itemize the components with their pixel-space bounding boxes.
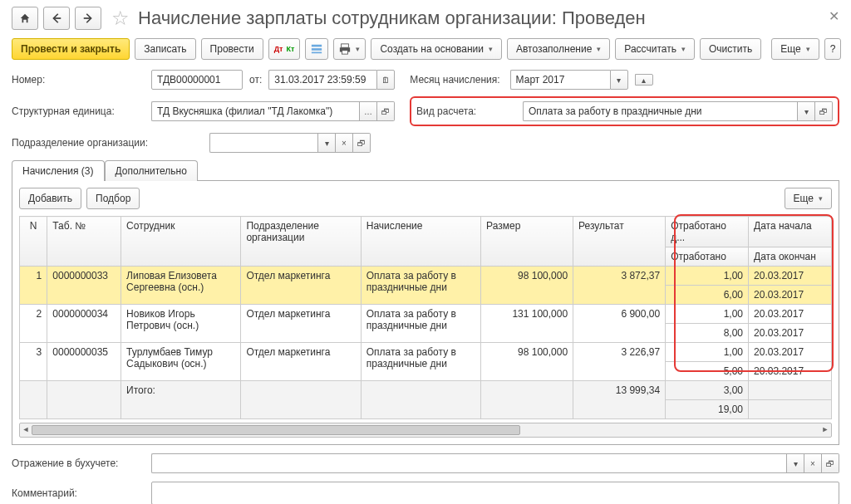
col-accr[interactable]: Начисление	[361, 217, 480, 267]
calc-dropdown-icon[interactable]: ▾	[797, 101, 815, 121]
accounting-field[interactable]	[151, 453, 786, 473]
dept-field[interactable]	[209, 133, 317, 153]
scroll-thumb[interactable]	[32, 425, 520, 435]
scroll-left-icon[interactable]: ◄	[20, 423, 32, 435]
forward-button[interactable]	[75, 7, 101, 30]
calc-open-icon[interactable]: 🗗	[815, 101, 833, 121]
month-field[interactable]: Март 2017	[510, 70, 610, 90]
post-button[interactable]: Провести	[201, 38, 263, 60]
accounting-label: Отражение в бухучете:	[12, 458, 145, 469]
col-date-end[interactable]: Дата окончан	[749, 247, 832, 267]
col-result[interactable]: Результат	[573, 217, 666, 267]
col-emp[interactable]: Сотрудник	[121, 217, 241, 267]
svg-rect-7	[342, 51, 348, 54]
totals-row: Итого: 13 999,34 3,00	[20, 381, 832, 400]
horizontal-scrollbar[interactable]: ◄ ►	[19, 423, 832, 438]
svg-rect-4	[312, 52, 322, 54]
col-worked[interactable]: Отработано	[666, 247, 749, 267]
table-row[interactable]: 30000000035Турлумбаев Тимур Садыкович (о…	[20, 343, 832, 362]
tab-extra[interactable]: Дополнительно	[105, 160, 198, 181]
close-icon[interactable]: ✕	[829, 8, 839, 24]
month-dropdown-icon[interactable]: ▾	[610, 70, 628, 90]
tab-accruals[interactable]: Начисления (3)	[12, 160, 105, 181]
table-row[interactable]: 10000000033Липовая Елизовета Сергеевна (…	[20, 267, 832, 286]
favorite-icon[interactable]: ☆	[111, 7, 130, 30]
col-tab[interactable]: Таб. №	[47, 217, 121, 267]
calc-type-field[interactable]: Оплата за работу в праздничные дни	[523, 101, 797, 121]
structure-icon[interactable]	[305, 38, 328, 60]
accounting-clear-icon[interactable]: ×	[804, 453, 822, 473]
autofill-button[interactable]: Автозаполнение▾	[507, 38, 610, 60]
date-picker-icon[interactable]: 🗓	[376, 70, 395, 90]
page-title: Начисление зарплаты сотрудникам организа…	[138, 7, 646, 29]
comment-field[interactable]	[151, 482, 839, 504]
month-label: Месяц начисления:	[410, 74, 499, 86]
calculate-button[interactable]: Рассчитать▾	[615, 38, 695, 60]
scroll-right-icon[interactable]: ►	[819, 423, 831, 435]
dept-clear-icon[interactable]: ×	[336, 133, 353, 153]
dept-open-icon[interactable]: 🗗	[353, 133, 371, 153]
col-size[interactable]: Размер	[481, 217, 573, 267]
dept-dropdown-icon[interactable]: ▾	[317, 133, 336, 153]
debit-credit-icon[interactable]: ДтКт	[268, 38, 301, 60]
back-button[interactable]	[43, 7, 70, 30]
more-button[interactable]: Еще▾	[771, 38, 819, 60]
date-field[interactable]: 31.03.2017 23:59:59	[268, 70, 376, 90]
col-worked-days[interactable]: Отработано д...	[666, 217, 749, 247]
dept-label: Подразделение организации:	[12, 137, 203, 149]
number-field[interactable]: ТДВ00000001	[151, 70, 243, 90]
unit-label: Структурная единица:	[12, 105, 145, 117]
col-date-start[interactable]: Дата начала	[749, 217, 832, 247]
svg-rect-2	[312, 45, 322, 47]
unit-field[interactable]: ТД Вкусняшка (филиал "ТД Лакомка")	[151, 101, 359, 121]
post-and-close-button[interactable]: Провести и закрыть	[12, 38, 130, 60]
create-from-button[interactable]: Создать на основании▾	[371, 38, 502, 60]
home-button[interactable]	[12, 7, 38, 30]
accruals-table: N Таб. № Сотрудник Подразделение организ…	[19, 216, 832, 419]
add-row-button[interactable]: Добавить	[19, 188, 81, 209]
table-row[interactable]: 20000000034Новиков Игорь Петрович (осн.)…	[20, 305, 832, 324]
comment-label: Комментарий:	[12, 487, 145, 499]
clear-button[interactable]: Очистить	[700, 38, 761, 60]
accounting-dropdown-icon[interactable]: ▾	[786, 453, 804, 473]
unit-choose-icon[interactable]: …	[359, 101, 377, 121]
number-label: Номер:	[12, 74, 145, 86]
save-button[interactable]: Записать	[135, 38, 195, 60]
table-more-button[interactable]: Еще▾	[785, 188, 832, 209]
col-n[interactable]: N	[20, 217, 47, 267]
col-dept[interactable]: Подразделение организации	[241, 217, 361, 267]
month-up-icon[interactable]: ▴	[635, 74, 653, 86]
print-icon[interactable]: ▾	[333, 38, 366, 60]
svg-rect-3	[312, 48, 322, 51]
from-label: от:	[249, 74, 262, 86]
svg-rect-5	[342, 44, 349, 47]
unit-open-icon[interactable]: 🗗	[377, 101, 395, 121]
accounting-open-icon[interactable]: 🗗	[822, 453, 839, 473]
calc-type-label: Вид расчета:	[416, 105, 516, 117]
pick-button[interactable]: Подбор	[86, 188, 140, 209]
help-button[interactable]: ?	[824, 38, 842, 60]
